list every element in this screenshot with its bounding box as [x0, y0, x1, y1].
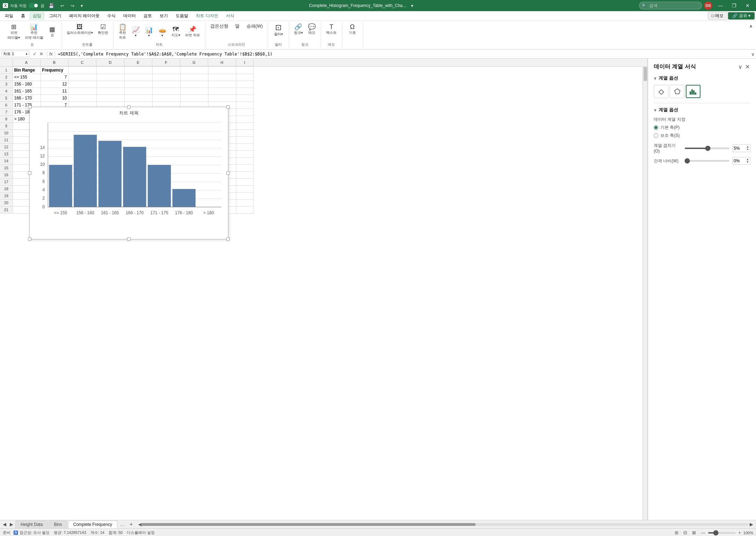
undo-button[interactable]: ↩	[58, 2, 66, 9]
col-header-f[interactable]: F	[152, 59, 180, 66]
cell-c3[interactable]	[68, 81, 96, 88]
cell-i4[interactable]	[236, 88, 254, 95]
memo-button[interactable]: □ 메모	[708, 12, 728, 20]
col-header-d[interactable]: D	[96, 59, 124, 66]
row-num-17[interactable]: 17	[0, 178, 13, 185]
save-button[interactable]: 💾	[46, 2, 56, 9]
cell-a1[interactable]: Bin Range	[13, 67, 41, 74]
row-num-20[interactable]: 20	[0, 199, 13, 206]
cell-f5[interactable]	[152, 95, 180, 102]
memo-ribbon-button[interactable]: 💬메모	[306, 23, 318, 36]
cell-d4[interactable]	[96, 88, 124, 95]
row-num-1[interactable]: 1	[0, 67, 13, 74]
cell-e3[interactable]	[124, 81, 152, 88]
tab-height-data[interactable]: Height Data	[15, 521, 48, 528]
row-num-7[interactable]: 7	[0, 109, 13, 116]
map-chart-button[interactable]: 🗺지도▾	[169, 25, 182, 38]
cell-g1[interactable]	[180, 67, 208, 74]
line-chart-button[interactable]: 📈▾	[130, 26, 142, 38]
row-num-14[interactable]: 14	[0, 157, 13, 164]
cell-g3[interactable]	[180, 81, 208, 88]
icon-option-bar[interactable]	[686, 85, 700, 98]
display-settings[interactable]: 디스플레이 설정	[127, 530, 155, 535]
cell-i6[interactable]	[236, 102, 254, 109]
filename-dropdown[interactable]: ▾	[409, 2, 416, 9]
symbol-button[interactable]: Ω기호	[346, 23, 359, 36]
row-num-6[interactable]: 6	[0, 102, 13, 109]
sparkline-win-button[interactable]: 승패(W)	[244, 23, 265, 29]
tab-add-button[interactable]: +	[127, 521, 135, 528]
chart-handle-mr[interactable]	[226, 171, 230, 175]
cell-g2[interactable]	[180, 74, 208, 81]
cell-a4[interactable]: 161 - 165	[13, 88, 41, 95]
row-num-3[interactable]: 3	[0, 81, 13, 88]
chart-handle-ml[interactable]	[28, 171, 31, 175]
cell-g5[interactable]	[180, 95, 208, 102]
col-header-e[interactable]: E	[124, 59, 152, 66]
horizontal-scrollbar[interactable]: ◀ ▶	[138, 522, 752, 527]
checkbox-button[interactable]: ☑ 확인란	[96, 23, 110, 36]
restore-button[interactable]: ❐	[728, 0, 740, 11]
gap-slider[interactable]	[684, 160, 729, 162]
cell-a5[interactable]: 166 - 170	[13, 95, 41, 102]
chart-handle-tl[interactable]	[28, 105, 31, 109]
ribbon-collapse-button[interactable]: ∧	[749, 23, 753, 29]
zoom-out-button[interactable]: —	[700, 530, 706, 535]
cell-c2[interactable]	[68, 74, 96, 81]
chart-handle-bl[interactable]	[28, 237, 31, 241]
sparkline-line-button[interactable]: 겹은선형	[208, 23, 230, 29]
menu-insert[interactable]: 삽입	[29, 12, 45, 20]
secondary-axis-option[interactable]: 보조 축(S)	[654, 133, 750, 139]
cell-f2[interactable]	[152, 74, 180, 81]
recommend-pivot-button[interactable]: 📊 추천피벗 테이블	[23, 23, 45, 41]
cell-h2[interactable]	[208, 74, 236, 81]
menu-help[interactable]: 도움말	[172, 12, 192, 20]
cell-e5[interactable]	[124, 95, 152, 102]
icon-option-pentagon[interactable]: ⬠	[670, 85, 684, 98]
scroll-right-btn[interactable]: ▶	[750, 522, 752, 527]
row-num-5[interactable]: 5	[0, 95, 13, 102]
cell-d1[interactable]	[96, 67, 124, 74]
cell-d2[interactable]	[96, 74, 124, 81]
chart-handle-br[interactable]	[226, 237, 230, 241]
chart-container[interactable]: 차트 제목 .axis-label { font-size: 11px; fil…	[29, 107, 228, 239]
tab-bins[interactable]: Bins	[49, 521, 67, 528]
scrollbar-thumb[interactable]	[644, 67, 647, 81]
col-header-a[interactable]: A	[13, 59, 41, 66]
sparkline-col-button[interactable]: 열	[231, 23, 244, 29]
link-button[interactable]: 🔗링크▾	[292, 23, 305, 36]
icon-option-diamond[interactable]: ◇	[654, 85, 668, 98]
cell-a2[interactable]: <= 155	[13, 74, 41, 81]
primary-axis-option[interactable]: 기본 축(P)	[654, 125, 750, 131]
row-num-11[interactable]: 11	[0, 136, 13, 143]
cell-b1[interactable]: Frequency	[41, 67, 68, 74]
menu-file[interactable]: 파일	[1, 12, 17, 20]
menu-draw[interactable]: 그리기	[45, 12, 65, 20]
cell-i1[interactable]	[236, 67, 254, 74]
menu-review[interactable]: 검토	[140, 12, 155, 20]
col-header-h[interactable]: H	[208, 59, 236, 66]
normal-view-button[interactable]: ⊞	[674, 530, 680, 535]
cell-i5[interactable]	[236, 95, 254, 102]
cell-f4[interactable]	[152, 88, 180, 95]
page-layout-button[interactable]: ⊟	[682, 530, 688, 535]
cell-i7[interactable]	[236, 109, 254, 116]
row-num-10[interactable]: 10	[0, 129, 13, 136]
series-options-section1-header[interactable]: ∨ 계열 옵션	[654, 75, 750, 81]
recommend-chart-button[interactable]: 📋 추천차트	[116, 23, 129, 41]
table-button[interactable]: ▦ 표	[46, 25, 59, 38]
close-button[interactable]: ✕	[742, 0, 753, 11]
formula-check-btn[interactable]: ✓	[32, 51, 37, 57]
illustration-button[interactable]: 🖼 일러스트레이션▾	[65, 23, 95, 36]
share-button[interactable]: 🔗 공유 ▾	[728, 12, 755, 20]
chart-handle-tr[interactable]	[226, 105, 230, 109]
cell-b5[interactable]: 10	[41, 95, 68, 102]
search-input[interactable]	[639, 2, 702, 9]
text-button[interactable]: T텍스트	[324, 23, 339, 36]
col-header-b[interactable]: B	[41, 59, 68, 66]
cell-h4[interactable]	[208, 88, 236, 95]
cell-h3[interactable]	[208, 81, 236, 88]
autosave-toggle[interactable]	[29, 3, 38, 8]
row-num-8[interactable]: 8	[0, 116, 13, 122]
bar-chart-button[interactable]: 📊▾	[143, 26, 155, 38]
